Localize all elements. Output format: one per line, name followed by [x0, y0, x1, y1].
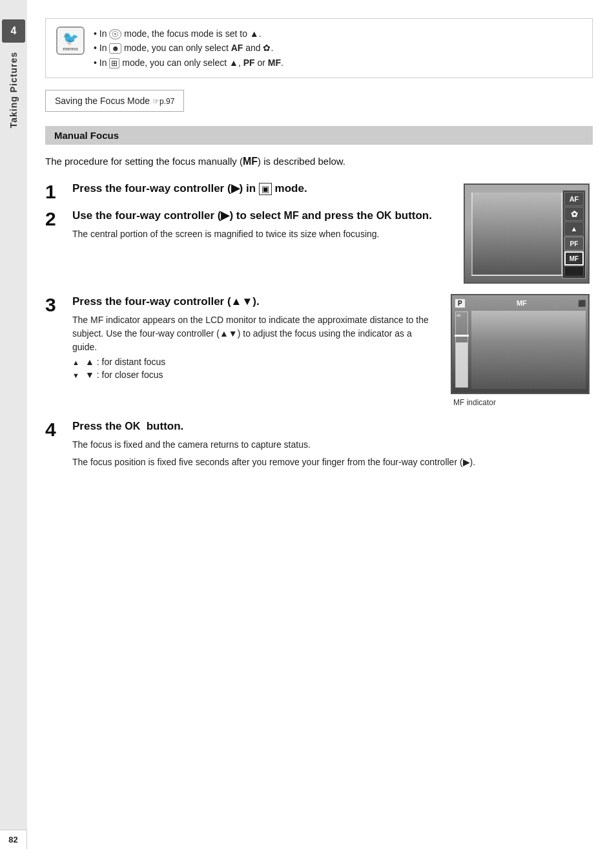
page-wrapper: 4 Taking Pictures 82 🐦 memo In ☉ mode, t…	[0, 0, 616, 849]
mode-icon-3: ⊞	[109, 58, 119, 68]
page-number: 82	[0, 830, 27, 849]
mf-label: MF	[517, 299, 527, 307]
step-3-number: 3	[45, 294, 72, 315]
scene-bg-1: AF ✿ ▲ PF MF	[465, 185, 588, 282]
step-1-content: Press the four-way controller (▶) in ▣ m…	[72, 181, 451, 199]
mf-text-memo: MF	[268, 58, 281, 68]
saving-focus-box: Saving the Focus Mode ☞p.97	[45, 90, 184, 112]
step-3-content: Press the four-way controller (▲▼). The …	[72, 294, 438, 380]
down-arrow: ▼	[72, 372, 85, 379]
step-3-title: Press the four-way controller (▲▼).	[72, 294, 438, 309]
mf-indicator-bar	[455, 311, 468, 388]
mf-bold: MF	[284, 210, 299, 221]
memo-label: memo	[63, 46, 78, 52]
step-2-number: 2	[45, 208, 72, 229]
section-header: Manual Focus	[45, 126, 593, 145]
steps-1-2-text: 1 Press the four-way controller (▶) in ▣…	[45, 181, 451, 247]
menu-item-mf: MF	[564, 251, 584, 266]
intro-paragraph: The procedure for setting the focus manu…	[45, 154, 593, 169]
mf-marker	[455, 335, 469, 337]
memo-item-2: In ☻ mode, you can only select AF and ✿.	[94, 41, 283, 55]
step-1-title: Press the four-way controller (▶) in ▣ m…	[72, 181, 451, 196]
p-badge: P	[455, 299, 466, 308]
camera-screen-2: P MF ⬛ ∞	[451, 294, 590, 394]
menu-item-triangle: ▲	[564, 222, 584, 236]
menu-item-flower: ✿	[564, 207, 584, 221]
pf-text: PF	[243, 58, 255, 68]
camera-screen-1: AF ✿ ▲ PF MF	[464, 183, 590, 284]
step-4-title: Press the OK button.	[72, 419, 593, 434]
step-3-image-area: P MF ⬛ ∞ MF	[451, 294, 593, 407]
bird-icon: 🐦	[63, 30, 79, 46]
step-2-title: Use the four-way controller (▶) to selec…	[72, 208, 451, 224]
chapter-number: 4	[2, 19, 25, 43]
memo-box: 🐦 memo In ☉ mode, the focus mode is set …	[45, 18, 593, 78]
mf-intro-bold: MF	[243, 156, 258, 167]
step-2: 2 Use the four-way controller (▶) to sel…	[45, 208, 451, 241]
ok-bold: OK	[376, 210, 392, 221]
main-content: 🐦 memo In ☉ mode, the focus mode is set …	[27, 0, 616, 849]
menu-item-empty	[564, 266, 584, 277]
chapter-label: Taking Pictures	[8, 52, 19, 128]
step-4-content: Press the OK button. The focus is fixed …	[72, 419, 593, 469]
step-3-text: 3 Press the four-way controller (▲▼). Th…	[45, 294, 438, 392]
camera-icon: ⬛	[578, 300, 586, 307]
af-text: AF	[231, 43, 243, 53]
ok-bold-4: OK	[125, 421, 140, 432]
step-3: 3 Press the four-way controller (▲▼). Th…	[45, 294, 438, 380]
step-1-number: 1	[45, 181, 72, 202]
step-4-desc1: The focus is fixed and the camera return…	[72, 438, 593, 452]
scene2-inner	[471, 311, 586, 389]
menu-item-pf: PF	[564, 236, 584, 251]
menu-item-af: AF	[564, 192, 584, 206]
step-3-bullet-2: ▼ ▼ : for closer focus	[72, 370, 438, 380]
step-3-row: 3 Press the four-way controller (▲▼). Th…	[45, 294, 593, 407]
step-2-desc: The central portion of the screen is mag…	[72, 227, 451, 241]
camera-mode-icon: ▣	[259, 183, 272, 195]
memo-list: In ☉ mode, the focus mode is set to ▲. I…	[94, 26, 283, 70]
distant-focus-text: ▲ : for distant focus	[85, 357, 165, 367]
step-4-number: 4	[45, 419, 72, 439]
scene-inner	[471, 191, 562, 276]
scene-bg-2: P MF ⬛ ∞	[452, 295, 588, 393]
memo-item-3: In ⊞ mode, you can only select ▲, PF or …	[94, 56, 283, 70]
steps-1-2: 1 Press the four-way controller (▶) in ▣…	[45, 181, 593, 284]
page-ref: ☞p.97	[152, 97, 174, 106]
flower-icon: ✿	[263, 43, 271, 53]
up-arrow: ▲	[72, 359, 85, 366]
sidebar: 4 Taking Pictures 82	[0, 0, 27, 849]
step-3-desc: The MF indicator appears on the LCD moni…	[72, 313, 438, 354]
step-4-desc2: The focus position is fixed five seconds…	[72, 456, 593, 469]
memo-icon: 🐦 memo	[56, 26, 85, 55]
menu-panel: AF ✿ ▲ PF MF	[562, 190, 586, 278]
mf-indicator-caption: MF indicator	[451, 398, 593, 407]
step-4: 4 Press the OK button. The focus is fixe…	[45, 419, 593, 469]
mode-icon-1: ☉	[109, 29, 121, 39]
memo-item-1: In ☉ mode, the focus mode is set to ▲.	[94, 26, 283, 41]
step-1: 1 Press the four-way controller (▶) in ▣…	[45, 181, 451, 202]
step-2-content: Use the four-way controller (▶) to selec…	[72, 208, 451, 241]
cam-top-bar: P MF ⬛	[455, 297, 586, 309]
inf-symbol: ∞	[457, 312, 460, 319]
step-3-bullet-1: ▲ ▲ : for distant focus	[72, 357, 438, 367]
closer-focus-text: ▼ : for closer focus	[85, 370, 163, 380]
steps-1-2-image: AF ✿ ▲ PF MF	[464, 183, 593, 284]
saving-focus-text: Saving the Focus Mode	[55, 96, 150, 106]
mf-fill	[456, 342, 467, 388]
mode-icon-2: ☻	[109, 43, 121, 54]
